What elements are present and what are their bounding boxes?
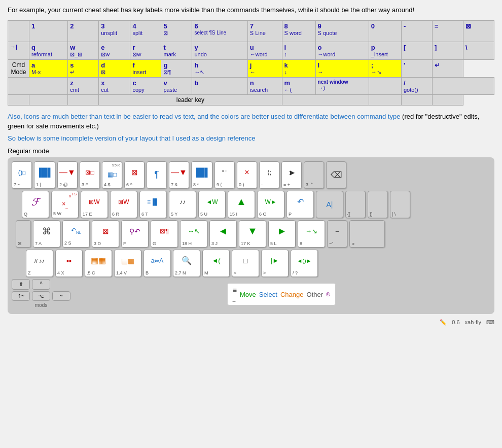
key-rbracket: ] — [432, 42, 463, 59]
kb-key-label: 17 E — [83, 212, 106, 217]
key-x: xcut — [99, 77, 130, 94]
kb-key-icon: —▼ — [59, 168, 76, 177]
table-row: leader key — [8, 94, 494, 105]
kb-key-label: 5 Y — [171, 212, 194, 217]
kb-key-label: 0 ) — [239, 182, 255, 187]
kb-key-icon: " " — [217, 169, 233, 176]
legend-move: Move — [240, 291, 256, 298]
kb-key-icon: ⟨; — [261, 169, 277, 176]
key-extra2 — [432, 94, 463, 105]
kb-key-icon: A| — [318, 200, 341, 209]
kb-key-label: 3 ⌃ — [306, 182, 322, 187]
kb-key-label: 8 * — [193, 182, 210, 187]
status-bar: ✏️ 0.6 xah-fly ⌨ — [8, 319, 494, 326]
kb-key-h: ↔↖ 18 H — [180, 220, 207, 248]
kb-key-label: 5 U — [200, 212, 224, 217]
key-k: k↓ — [282, 59, 315, 77]
intro-paragraph: For example, your current cheat sheet ha… — [8, 5, 494, 15]
kb-key-n: 🔍 2.7 N — [173, 250, 200, 277]
kb-key-quote-gray: – ~" — [327, 220, 347, 248]
status-mode: xah-fly — [465, 319, 481, 325]
kb-key-label: / ? — [293, 270, 316, 275]
key-r: r⊠w — [130, 42, 161, 59]
key-backspace: ⊠ — [463, 20, 494, 42]
kb-key-label: 4 $ — [104, 182, 120, 187]
kb-key-lbrace: {[ — [345, 191, 366, 218]
kb-key-t: ≡▐▌ 6 T — [139, 191, 167, 218]
kb-key-icon: ◄W — [200, 198, 224, 205]
key-d: d⊠ — [99, 59, 130, 77]
kb-key-label: M — [204, 270, 228, 275]
kb-key-icon: :▶ — [283, 169, 300, 176]
key-j: j← — [247, 59, 282, 77]
kb-key-label: 6 T — [141, 212, 165, 217]
kb-row-1: ()□ 7 ~ ▐█▌ 1 | —▼ 2 @ ⊠□ 3 # 95% ▦□ 4 $ — [12, 161, 490, 189]
kb-key-icon: ◄( — [204, 257, 228, 264]
key-space-leader: leader key — [99, 94, 282, 105]
kb-key-slash: ◄()► / ? — [291, 250, 318, 277]
key-equals: = — [432, 20, 463, 42]
kb-key-label: 6 O — [259, 212, 282, 217]
kb-key-label: F — [123, 241, 147, 246]
kb-key-label: 9 ( — [217, 182, 233, 187]
key-b: b — [192, 77, 247, 94]
kb-key-a: ⌘ 7 A — [33, 220, 60, 248]
kb-key-icon: ⊠ — [126, 168, 142, 177]
kb-key-ctrl[interactable]: ^ — [32, 279, 50, 290]
kb-key-tilde[interactable]: ~ — [52, 291, 70, 301]
kb-key-9paren: " " 9 ( — [214, 161, 235, 189]
key-4: 4split — [130, 20, 161, 42]
kb-key-comma: □ < — [232, 250, 259, 277]
kb-key-g: ⊠¶ G — [151, 220, 178, 248]
kb-key-label: B — [146, 270, 169, 275]
key-7: 7S Line — [247, 20, 282, 42]
kb-key-shift[interactable]: ⇧ — [12, 279, 30, 290]
legend-icon: ≡_ — [233, 286, 237, 302]
kb-key-q: ℱ Q — [22, 191, 49, 218]
key-e: e⊠w — [99, 42, 130, 59]
mid-text-black: (red for "destructive" edits, green for … — [8, 113, 479, 130]
kb-key-label: 5 L — [270, 241, 294, 246]
kb-key-j: ◄ 3 J — [209, 220, 237, 248]
table-row: →| qreformat w⊠_⊠ e⊠w r⊠w tmark yundo u←… — [8, 42, 494, 59]
kb-key-p: ↶ P — [286, 191, 314, 218]
kb-key-icon: ▐█▌ — [193, 168, 210, 177]
kb-key-icon: ⊠ — [94, 227, 117, 236]
key-backtick — [8, 20, 29, 42]
key-fn — [29, 94, 68, 105]
key-p: p_insert — [369, 42, 401, 59]
kb-key-icon: →↘ — [300, 227, 323, 235]
kb-key-d: ⊠ 3 D — [92, 220, 119, 248]
kb-key-shift2[interactable]: ⇑~ — [12, 291, 30, 301]
kb-key-alt[interactable]: ⌥ — [32, 291, 50, 301]
legend-change: Change — [280, 291, 304, 298]
kb-key-label: 1.4 V — [116, 270, 139, 275]
kb-key-6caret: ⊠ 6 ^ — [124, 161, 145, 189]
key-3: 3unsplit — [99, 20, 130, 42]
kb-key-label: 6 ^ — [126, 182, 142, 187]
kb-key-icon: □ — [234, 257, 257, 265]
table-row: 1 2 3unsplit 4split 5⊠ 6select ¶S Line 7… — [8, 20, 494, 42]
kb-key-caps: ⌘ — [16, 220, 31, 248]
key-extra1 — [401, 94, 432, 105]
key-lbracket: [ — [401, 42, 432, 59]
kb-key-icon: ↶ — [289, 197, 312, 206]
kb-key-icon: W► — [259, 198, 282, 205]
kb-key-icon: 🔍 — [175, 256, 198, 265]
status-right: ✏️ 0.6 xah-fly ⌨ — [440, 319, 494, 326]
kb-key-top: x FS — [53, 192, 77, 198]
kb-key-c: ▦▦ .5 C — [85, 250, 112, 277]
below-paragraph: So below is some incomplete version of y… — [8, 134, 494, 142]
key-v: vpaste — [161, 77, 192, 94]
kb-key-pipe: | \ — [390, 191, 410, 218]
kb-key-icon: ◄()► — [293, 258, 316, 264]
kb-key-label: - — [261, 182, 277, 187]
kb-key-icon: ⊠W — [112, 198, 135, 205]
kb-key-icon: ▦▦ — [87, 256, 110, 265]
kb-key-icon: ► — [270, 225, 294, 237]
cmd-mode-label: Cmd Mode — [8, 59, 29, 77]
key-enter: ↵ — [432, 59, 463, 77]
keyboard-container: ()□ 7 ~ ▐█▌ 1 | —▼ 2 @ ⊠□ 3 # 95% ▦□ 4 $ — [8, 157, 494, 314]
legend-copyright: © — [326, 291, 330, 297]
kb-key-0paren: × 0 ) — [237, 161, 257, 189]
